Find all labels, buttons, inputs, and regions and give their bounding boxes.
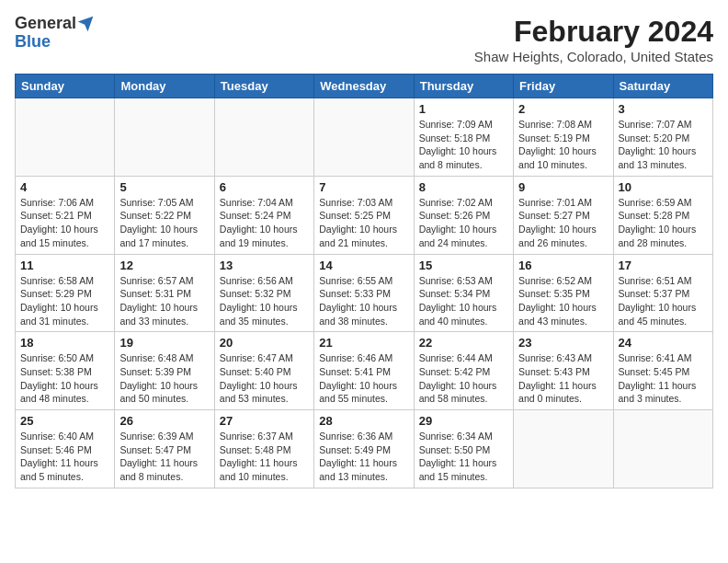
day-number: 20 xyxy=(220,336,309,350)
day-detail: Sunrise: 7:05 AM Sunset: 5:22 PM Dayligh… xyxy=(119,196,209,250)
calendar-cell: 23Sunrise: 6:43 AM Sunset: 5:43 PM Dayli… xyxy=(514,332,613,410)
day-detail: Sunrise: 7:02 AM Sunset: 5:26 PM Dayligh… xyxy=(419,196,508,250)
calendar-cell: 1Sunrise: 7:09 AM Sunset: 5:18 PM Daylig… xyxy=(414,98,513,177)
calendar-cell: 20Sunrise: 6:47 AM Sunset: 5:40 PM Dayli… xyxy=(214,332,313,410)
logo-general: General xyxy=(15,15,76,33)
calendar-cell: 15Sunrise: 6:53 AM Sunset: 5:34 PM Dayli… xyxy=(414,254,513,332)
day-number: 16 xyxy=(518,259,608,272)
day-number: 3 xyxy=(619,102,708,116)
weekday-header: Wednesday xyxy=(314,75,414,98)
day-detail: Sunrise: 6:52 AM Sunset: 5:35 PM Dayligh… xyxy=(518,274,608,328)
calendar-cell xyxy=(115,98,214,177)
day-detail: Sunrise: 7:01 AM Sunset: 5:27 PM Dayligh… xyxy=(518,196,608,250)
day-number: 9 xyxy=(518,180,608,194)
day-detail: Sunrise: 6:48 AM Sunset: 5:39 PM Dayligh… xyxy=(119,351,209,406)
day-number: 10 xyxy=(619,180,708,194)
day-detail: Sunrise: 7:06 AM Sunset: 5:21 PM Dayligh… xyxy=(20,196,109,250)
calendar-cell: 17Sunrise: 6:51 AM Sunset: 5:37 PM Dayli… xyxy=(613,254,712,332)
day-detail: Sunrise: 6:37 AM Sunset: 5:48 PM Dayligh… xyxy=(220,430,309,484)
weekday-header: Tuesday xyxy=(214,75,313,98)
day-number: 1 xyxy=(419,102,508,116)
day-number: 8 xyxy=(419,180,508,194)
day-number: 2 xyxy=(518,102,608,116)
calendar-cell: 10Sunrise: 6:59 AM Sunset: 5:28 PM Dayli… xyxy=(613,176,712,254)
calendar-cell: 4Sunrise: 7:06 AM Sunset: 5:21 PM Daylig… xyxy=(16,176,115,254)
day-number: 15 xyxy=(419,259,508,272)
day-detail: Sunrise: 6:41 AM Sunset: 5:45 PM Dayligh… xyxy=(619,351,708,406)
weekday-header: Monday xyxy=(115,75,214,98)
day-number: 19 xyxy=(119,336,209,350)
calendar-cell: 28Sunrise: 6:36 AM Sunset: 5:49 PM Dayli… xyxy=(314,410,414,488)
day-detail: Sunrise: 6:57 AM Sunset: 5:31 PM Dayligh… xyxy=(119,274,209,328)
subtitle: Shaw Heights, Colorado, United States xyxy=(474,49,713,64)
calendar-cell: 3Sunrise: 7:07 AM Sunset: 5:20 PM Daylig… xyxy=(613,98,712,177)
day-number: 21 xyxy=(319,336,408,350)
day-number: 17 xyxy=(619,259,708,272)
calendar-week-row: 11Sunrise: 6:58 AM Sunset: 5:29 PM Dayli… xyxy=(16,254,713,332)
day-detail: Sunrise: 6:46 AM Sunset: 5:41 PM Dayligh… xyxy=(319,351,408,406)
calendar-cell: 14Sunrise: 6:55 AM Sunset: 5:33 PM Dayli… xyxy=(314,254,414,332)
day-detail: Sunrise: 6:44 AM Sunset: 5:42 PM Dayligh… xyxy=(419,351,508,406)
weekday-header: Saturday xyxy=(613,75,712,98)
day-number: 12 xyxy=(119,259,209,272)
calendar-cell: 24Sunrise: 6:41 AM Sunset: 5:45 PM Dayli… xyxy=(613,332,712,410)
day-detail: Sunrise: 7:07 AM Sunset: 5:20 PM Dayligh… xyxy=(619,118,708,172)
day-number: 6 xyxy=(220,180,309,194)
day-number: 22 xyxy=(419,336,508,350)
calendar-cell: 5Sunrise: 7:05 AM Sunset: 5:22 PM Daylig… xyxy=(115,176,214,254)
day-detail: Sunrise: 6:56 AM Sunset: 5:32 PM Dayligh… xyxy=(220,274,309,328)
day-detail: Sunrise: 6:39 AM Sunset: 5:47 PM Dayligh… xyxy=(119,430,209,484)
day-detail: Sunrise: 7:04 AM Sunset: 5:24 PM Dayligh… xyxy=(220,196,309,250)
weekday-header-row: SundayMondayTuesdayWednesdayThursdayFrid… xyxy=(16,75,713,98)
calendar-week-row: 18Sunrise: 6:50 AM Sunset: 5:38 PM Dayli… xyxy=(16,332,713,410)
weekday-header: Sunday xyxy=(16,75,115,98)
day-detail: Sunrise: 7:08 AM Sunset: 5:19 PM Dayligh… xyxy=(518,118,608,172)
calendar-cell: 6Sunrise: 7:04 AM Sunset: 5:24 PM Daylig… xyxy=(214,176,313,254)
day-number: 11 xyxy=(20,259,109,272)
day-detail: Sunrise: 6:55 AM Sunset: 5:33 PM Dayligh… xyxy=(319,274,408,328)
day-number: 4 xyxy=(20,180,109,194)
weekday-header: Friday xyxy=(514,75,613,98)
calendar-cell: 8Sunrise: 7:02 AM Sunset: 5:26 PM Daylig… xyxy=(414,176,513,254)
calendar-week-row: 25Sunrise: 6:40 AM Sunset: 5:46 PM Dayli… xyxy=(16,410,713,488)
calendar-cell xyxy=(613,410,712,488)
calendar-cell: 27Sunrise: 6:37 AM Sunset: 5:48 PM Dayli… xyxy=(214,410,313,488)
calendar-cell: 18Sunrise: 6:50 AM Sunset: 5:38 PM Dayli… xyxy=(16,332,115,410)
calendar-cell: 29Sunrise: 6:34 AM Sunset: 5:50 PM Dayli… xyxy=(414,410,513,488)
calendar-cell: 11Sunrise: 6:58 AM Sunset: 5:29 PM Dayli… xyxy=(16,254,115,332)
logo: General Blue xyxy=(15,15,95,52)
day-detail: Sunrise: 6:58 AM Sunset: 5:29 PM Dayligh… xyxy=(20,274,109,328)
day-detail: Sunrise: 7:09 AM Sunset: 5:18 PM Dayligh… xyxy=(419,118,508,172)
day-number: 5 xyxy=(119,180,209,194)
day-detail: Sunrise: 6:50 AM Sunset: 5:38 PM Dayligh… xyxy=(20,351,109,406)
calendar-cell: 9Sunrise: 7:01 AM Sunset: 5:27 PM Daylig… xyxy=(514,176,613,254)
day-detail: Sunrise: 6:47 AM Sunset: 5:40 PM Dayligh… xyxy=(220,351,309,406)
day-detail: Sunrise: 6:59 AM Sunset: 5:28 PM Dayligh… xyxy=(619,196,708,250)
day-detail: Sunrise: 6:36 AM Sunset: 5:49 PM Dayligh… xyxy=(319,430,408,484)
day-number: 29 xyxy=(419,414,508,428)
day-number: 18 xyxy=(20,336,109,350)
day-number: 24 xyxy=(619,336,708,350)
day-number: 27 xyxy=(220,414,309,428)
calendar-cell: 22Sunrise: 6:44 AM Sunset: 5:42 PM Dayli… xyxy=(414,332,513,410)
calendar-cell: 21Sunrise: 6:46 AM Sunset: 5:41 PM Dayli… xyxy=(314,332,414,410)
calendar-cell xyxy=(214,98,313,177)
calendar-cell: 2Sunrise: 7:08 AM Sunset: 5:19 PM Daylig… xyxy=(514,98,613,177)
day-number: 7 xyxy=(319,180,408,194)
day-number: 28 xyxy=(319,414,408,428)
logo-blue: Blue xyxy=(15,33,51,52)
title-section: February 2024 Shaw Heights, Colorado, Un… xyxy=(474,15,713,64)
calendar-week-row: 4Sunrise: 7:06 AM Sunset: 5:21 PM Daylig… xyxy=(16,176,713,254)
day-detail: Sunrise: 6:43 AM Sunset: 5:43 PM Dayligh… xyxy=(518,351,608,406)
calendar-week-row: 1Sunrise: 7:09 AM Sunset: 5:18 PM Daylig… xyxy=(16,98,713,177)
main-title: February 2024 xyxy=(474,15,713,49)
day-detail: Sunrise: 6:40 AM Sunset: 5:46 PM Dayligh… xyxy=(20,430,109,484)
day-number: 23 xyxy=(518,336,608,350)
calendar-cell: 7Sunrise: 7:03 AM Sunset: 5:25 PM Daylig… xyxy=(314,176,414,254)
calendar-cell: 26Sunrise: 6:39 AM Sunset: 5:47 PM Dayli… xyxy=(115,410,214,488)
calendar-cell: 25Sunrise: 6:40 AM Sunset: 5:46 PM Dayli… xyxy=(16,410,115,488)
calendar-table: SundayMondayTuesdayWednesdayThursdayFrid… xyxy=(15,74,713,488)
calendar-cell xyxy=(514,410,613,488)
calendar-cell xyxy=(16,98,115,177)
day-number: 25 xyxy=(20,414,109,428)
